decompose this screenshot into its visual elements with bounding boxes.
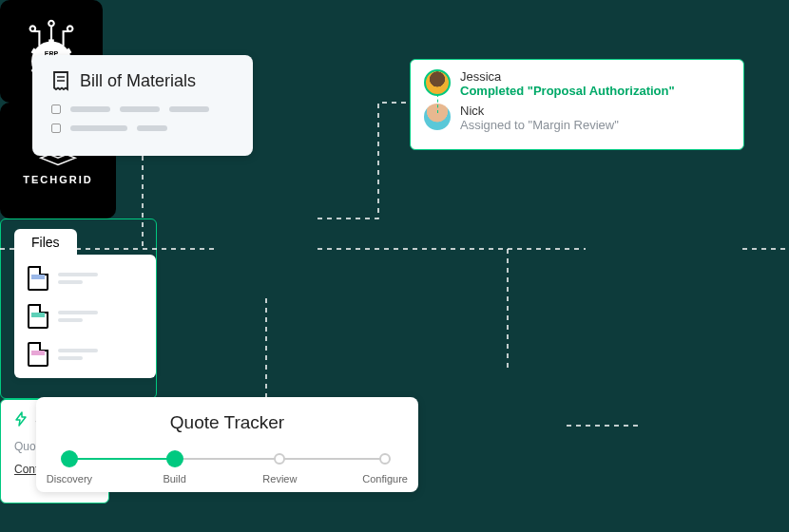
bom-row: [51, 104, 234, 114]
step-label: Review: [262, 473, 297, 484]
bolt-icon: [14, 411, 28, 427]
files-card: Files: [0, 218, 157, 399]
files-tab[interactable]: Files: [14, 229, 77, 256]
workflow-row-jessica: Jessica Completed "Proposal Authorizatio…: [424, 69, 730, 98]
user-name: Nick: [460, 104, 619, 118]
step-dot-review: [274, 453, 285, 465]
step-label: Configure: [362, 473, 408, 484]
file-icon: [28, 304, 48, 329]
file-row: [28, 342, 143, 367]
bom-row: [51, 124, 234, 133]
user-name: Jessica: [460, 69, 675, 84]
avatar: [424, 69, 451, 96]
receipt-icon: [51, 70, 70, 91]
bom-title: Bill of Materials: [80, 71, 196, 91]
step-dot-configure: [379, 453, 391, 465]
user-status: Assigned to "Margin Review": [460, 118, 619, 132]
file-icon: [28, 266, 48, 291]
quote-tracker-card: Quote Tracker Discovery Build Review Con…: [36, 397, 418, 492]
file-row: [28, 266, 143, 291]
step-dot-build: [166, 450, 183, 467]
file-icon: [28, 342, 48, 367]
step-label: Discovery: [47, 473, 92, 484]
workflow-row-nick: Nick Assigned to "Margin Review": [424, 104, 730, 132]
workflow-card: Jessica Completed "Proposal Authorizatio…: [410, 59, 744, 150]
step-dot-discovery: [61, 450, 78, 467]
techgrid-label: TECHGRID: [23, 174, 92, 185]
file-row: [28, 304, 143, 329]
step-label: Build: [163, 473, 185, 484]
user-status: Completed "Proposal Authorization": [460, 84, 675, 98]
quote-tracker-title: Quote Tracker: [63, 412, 392, 433]
bill-of-materials-card: Bill of Materials: [32, 55, 253, 156]
